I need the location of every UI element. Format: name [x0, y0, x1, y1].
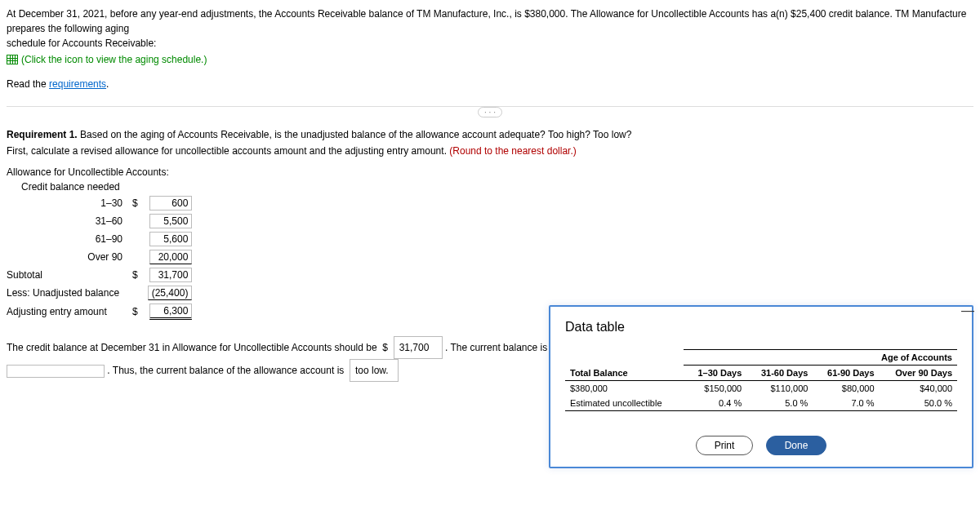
label-1-30: 1–30: [7, 194, 127, 212]
subtotal-label: Subtotal: [7, 266, 127, 284]
pct-over-90: 50.0 %: [880, 396, 957, 411]
col-61-90: 61-90 Days: [813, 366, 879, 381]
sent-1-text: The credit balance at December 31 in All…: [7, 342, 377, 353]
label-over-90: Over 90: [7, 248, 127, 266]
view-aging-label: (Click the icon to view the aging schedu…: [21, 52, 207, 67]
requirement-block: Requirement 1. Based on the aging of Acc…: [7, 129, 973, 157]
calc-heading: Allowance for Uncollectible Accounts:: [7, 166, 973, 178]
print-button[interactable]: Print: [696, 436, 754, 455]
bal-over-90: $40,000: [880, 381, 957, 397]
requirements-link[interactable]: requirements: [49, 78, 106, 90]
cur-1-30: $: [127, 194, 143, 212]
input-1-30[interactable]: 600: [149, 196, 192, 210]
pct-61-90: 7.0 %: [813, 396, 879, 411]
adj-cur: $: [127, 302, 143, 321]
age-heading: Age of Accounts: [684, 350, 957, 366]
col-over-90: Over 90 Days: [880, 366, 957, 381]
intro-line-1b: schedule for Accounts Receivable:: [7, 38, 156, 49]
read-prefix: Read the: [7, 78, 49, 90]
row-adjusting: Adjusting entry amount $ 6,300: [7, 302, 197, 321]
bal-total: $380,000: [565, 381, 684, 397]
requirement-text: Based on the aging of Accounts Receivabl…: [78, 129, 632, 140]
bal-1-30: $150,000: [684, 381, 746, 397]
input-subtotal[interactable]: 31,700: [149, 268, 192, 282]
intro-paragraph: At December 31, 2021, before any year-en…: [7, 7, 973, 91]
input-61-90[interactable]: 5,600: [149, 232, 192, 246]
pct-31-60: 5.0 %: [746, 396, 813, 411]
ellipsis-button[interactable]: · · ·: [478, 107, 502, 117]
popup-title: Data table: [565, 320, 957, 335]
row-31-60: 31–60 5,500: [7, 212, 197, 230]
view-aging-link[interactable]: (Click the icon to view the aging schedu…: [7, 52, 207, 67]
bal-61-90: $80,000: [813, 381, 879, 397]
bal-31-60: $110,000: [746, 381, 813, 397]
pct-label: Estimated uncollectible: [565, 396, 684, 411]
sent-2-dropdown[interactable]: too low.: [350, 359, 399, 382]
requirement-line: Requirement 1. Based on the aging of Acc…: [7, 129, 973, 140]
less-label: Less: Unadjusted balance: [7, 284, 127, 302]
input-over-90[interactable]: 20,000: [149, 250, 192, 264]
instruction-line: First, calculate a revised allowance for…: [7, 145, 973, 157]
input-adjusting[interactable]: 6,300: [149, 304, 192, 320]
sent-2-blank[interactable]: [7, 365, 105, 378]
row-over-90: Over 90 20,000: [7, 248, 197, 266]
data-table-popup: — ✕ Data table Age of Accounts Total Bal…: [549, 305, 973, 468]
col-total: Total Balance: [565, 366, 684, 381]
input-less[interactable]: (25,400): [148, 286, 193, 300]
adj-label: Adjusting entry amount: [7, 302, 127, 321]
calc-table: 1–30 $ 600 31–60 5,500 61–90 5,600 Over …: [7, 194, 197, 321]
done-button[interactable]: Done: [766, 436, 827, 455]
row-subtotal: Subtotal $ 31,700: [7, 266, 197, 284]
requirement-label: Requirement 1.: [7, 129, 78, 140]
row-less: Less: Unadjusted balance (25,400): [7, 284, 197, 302]
pct-1-30: 0.4 %: [684, 396, 746, 411]
label-61-90: 61–90: [7, 230, 127, 248]
instruction-text: First, calculate a revised allowance for…: [7, 145, 449, 157]
subtotal-cur: $: [127, 266, 143, 284]
row-61-90: 61–90 5,600: [7, 230, 197, 248]
input-31-60[interactable]: 5,500: [149, 214, 192, 228]
row-balance: $380,000 $150,000 $110,000 $80,000 $40,0…: [565, 381, 957, 397]
round-hint: (Round to the nearest dollar.): [449, 145, 576, 157]
row-pct: Estimated uncollectible 0.4 % 5.0 % 7.0 …: [565, 396, 957, 411]
col-31-60: 31-60 Days: [746, 366, 813, 381]
row-1-30: 1–30 $ 600: [7, 194, 197, 212]
col-1-30: 1–30 Days: [684, 366, 746, 381]
grid-icon: [7, 55, 18, 64]
sent-1-after: . The current balance is: [445, 342, 547, 353]
label-31-60: 31–60: [7, 212, 127, 230]
read-requirements-line: Read the requirements.: [7, 77, 973, 91]
calc-subheading: Credit balance needed: [7, 181, 973, 193]
col-headers: Total Balance 1–30 Days 31-60 Days 61-90…: [565, 366, 957, 381]
minimize-icon[interactable]: —: [961, 304, 974, 319]
sent-1-value[interactable]: 31,700: [394, 336, 443, 359]
age-table: Age of Accounts Total Balance 1–30 Days …: [565, 349, 957, 411]
intro-line-1a: At December 31, 2021, before any year-en…: [7, 8, 966, 34]
sent-1-cur: $: [382, 342, 388, 353]
sent-2-after: . Thus, the current balance of the allow…: [107, 365, 344, 376]
